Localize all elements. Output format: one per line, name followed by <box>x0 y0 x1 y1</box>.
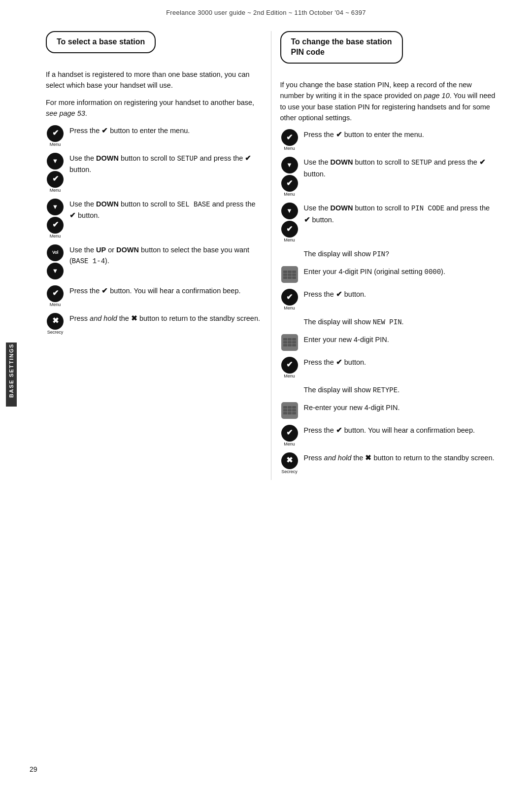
main-panels: To select a base station If a handset is… <box>37 31 505 480</box>
right-body: If you change the base station PIN, keep… <box>280 79 497 474</box>
keypad-icon-8 <box>281 334 298 351</box>
right-title: To change the base stationPIN code <box>291 37 392 56</box>
right-step-2: Menu Use the DOWN button to scroll to SE… <box>280 157 497 197</box>
left-icon-5: Menu <box>46 285 65 307</box>
right-cross-icon-13 <box>281 452 298 469</box>
right-icon-13: Secrecy <box>280 452 299 474</box>
down-arrow-icon-3 <box>47 199 64 215</box>
left-icon-3: Menu <box>46 199 65 239</box>
right-step-11: Re-enter your new 4-digit PIN. <box>280 402 497 419</box>
right-step1-text: Press the ✔ button to enter the menu. <box>304 129 497 140</box>
right-step5-text: Enter your 4-digit PIN (original setting… <box>304 266 497 278</box>
left-icon-4: Vol <box>46 244 65 279</box>
right-down-icon-2 <box>281 157 298 173</box>
left-intro1: If a handset is registered to more than … <box>46 69 262 91</box>
right-step13-text: Press and hold the ✖ button to return to… <box>304 452 497 463</box>
right-icon-5 <box>280 266 299 283</box>
right-step-1: Menu Press the ✔ button to enter the men… <box>280 129 497 151</box>
right-step-13: Secrecy Press and hold the ✖ button to r… <box>280 452 497 474</box>
right-icon-11 <box>280 402 299 419</box>
right-icon-1: Menu <box>280 129 299 151</box>
cross-icon-6 <box>47 313 64 330</box>
left-step5-text: Press the ✔ button. You will hear a conf… <box>69 285 262 296</box>
right-icon-2: Menu <box>280 157 299 197</box>
right-section-box: To change the base stationPIN code <box>280 31 403 64</box>
right-down-icon-3 <box>281 203 298 219</box>
right-step-5: Enter your 4-digit PIN (original setting… <box>280 266 497 283</box>
right-checkmark-icon-9 <box>281 357 298 374</box>
left-step3-text: Use the DOWN button to scroll to SEL BAS… <box>69 199 262 221</box>
right-icon-12: Menu <box>280 425 299 446</box>
left-step4-text: Use the UP or DOWN button to select the … <box>69 244 262 267</box>
right-icon-6: Menu <box>280 289 299 310</box>
right-icon-9: Menu <box>280 357 299 378</box>
left-step2-text: Use the DOWN button to scroll to SETUP a… <box>69 153 262 175</box>
left-step1-text: Press the ✔ button to enter the menu. <box>69 125 262 136</box>
right-step-10: The display will show RETYPE. <box>304 384 497 396</box>
right-step12-text: Press the ✔ button. You will hear a conf… <box>304 425 497 436</box>
right-checkmark-icon-2 <box>281 175 298 192</box>
right-icon-8 <box>280 334 299 351</box>
right-step-7: The display will show NEW PIN. <box>304 316 497 328</box>
right-step6-text: Press the ✔ button. <box>304 289 497 300</box>
right-step7-text: The display will show NEW PIN. <box>304 316 497 328</box>
keypad-icon-11 <box>281 402 298 419</box>
right-step9-text: Press the ✔ button. <box>304 357 497 368</box>
down-arrow-icon-2 <box>47 153 64 170</box>
right-step4-text: The display will show PIN? <box>304 248 497 260</box>
right-step2-text: Use the DOWN button to scroll to SETUP a… <box>304 157 497 179</box>
right-step-4: The display will show PIN? <box>304 248 497 260</box>
left-step-2: Menu Use the DOWN button to scroll to SE… <box>46 153 262 193</box>
right-step-12: Menu Press the ✔ button. You will hear a… <box>280 425 497 446</box>
page-number: 29 <box>30 765 37 773</box>
right-checkmark-icon-3 <box>281 221 298 238</box>
down-icon-4 <box>47 263 64 279</box>
right-step8-text: Enter your new 4-digit PIN. <box>304 334 497 345</box>
checkmark-icon-3 <box>47 217 64 234</box>
left-step-1: Menu Press the ✔ button to enter the men… <box>46 125 262 147</box>
checkmark-icon-2 <box>47 171 64 188</box>
checkmark-icon-5 <box>47 285 64 302</box>
left-icon-2: Menu <box>46 153 65 193</box>
left-step6-text: Press and hold the ✖ button to return to… <box>69 313 262 324</box>
keypad-icon-5 <box>281 266 298 283</box>
left-body: If a handset is registered to more than … <box>46 69 262 335</box>
right-step-8: Enter your new 4-digit PIN. <box>280 334 497 351</box>
left-step-4: Vol Use the UP or DOWN button to select … <box>46 244 262 279</box>
right-step-9: Menu Press the ✔ button. <box>280 357 497 378</box>
right-icon-3: Menu <box>280 203 299 242</box>
left-icon-1: Menu <box>46 125 65 147</box>
left-step-5: Menu Press the ✔ button. You will hear a… <box>46 285 262 307</box>
right-step11-text: Re-enter your new 4-digit PIN. <box>304 402 497 413</box>
left-step-3: Menu Use the DOWN button to scroll to SE… <box>46 199 262 239</box>
right-step-6: Menu Press the ✔ button. <box>280 289 497 310</box>
right-checkmark-icon-1 <box>281 129 298 146</box>
right-step10-text: The display will show RETYPE. <box>304 384 497 396</box>
right-step3-text: Use the DOWN button to scroll to PIN COD… <box>304 203 497 225</box>
left-icon-6: Secrecy <box>46 313 65 335</box>
right-panel: To change the base stationPIN code If yo… <box>271 31 505 480</box>
checkmark-icon-1 <box>47 125 64 142</box>
right-step-3: Menu Use the DOWN button to scroll to PI… <box>280 203 497 242</box>
right-intro: If you change the base station PIN, keep… <box>280 79 497 124</box>
vol-icon-4: Vol <box>47 244 64 261</box>
left-title: To select a base station <box>57 37 145 46</box>
right-checkmark-icon-6 <box>281 289 298 306</box>
left-intro2: For more information on registering your… <box>46 97 262 119</box>
side-tab: BASE SETTINGS <box>6 343 17 407</box>
left-step-6: Secrecy Press and hold the ✖ button to r… <box>46 313 262 335</box>
right-checkmark-icon-12 <box>281 425 298 442</box>
left-section-box: To select a base station <box>46 31 156 53</box>
page-header: Freelance 3000 user guide ~ 2nd Edition … <box>0 0 532 21</box>
left-panel: To select a base station If a handset is… <box>37 31 271 480</box>
